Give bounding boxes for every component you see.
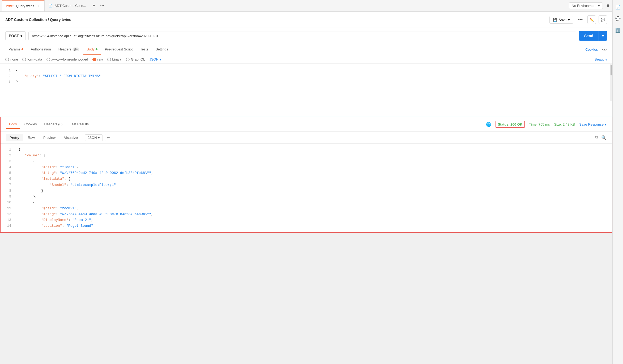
copy-button[interactable]: ⧉ (595, 135, 598, 140)
resp-content: "$etag": "W/\"e44844a3-4cad-409d-8c7c-b4… (16, 211, 153, 217)
response-time: Time: 755 ms (529, 122, 550, 126)
json-value: "SELECT * FROM DIGITALTWINS" (43, 74, 101, 78)
response-format-selector[interactable]: JSON ▾ (85, 134, 103, 141)
resp-line-14: 14 "Location": "Puget Sound", (6, 223, 607, 229)
more-options-button[interactable]: ••• (576, 16, 585, 24)
line-number: 3 (6, 159, 11, 164)
line-number: 5 (6, 170, 11, 176)
url-input[interactable] (28, 32, 576, 40)
tab-body-label: Body (87, 47, 95, 51)
line-number: 13 (6, 217, 11, 223)
active-tab[interactable]: POST Query twins × (2, 0, 45, 11)
line-number: 14 (6, 223, 11, 229)
wrap-icon: ⇌ (107, 135, 110, 140)
body-type-raw[interactable]: raw (92, 57, 103, 61)
environment-selector[interactable]: No Environment ▾ (569, 2, 603, 9)
more-tabs-button[interactable]: ••• (98, 4, 106, 8)
resp-content: { (16, 147, 21, 153)
code-icon[interactable]: </> (602, 48, 607, 52)
inactive-tab[interactable]: 📄 ADT Custom Colle... (45, 0, 90, 11)
line-number: 8 (6, 188, 11, 194)
resp-tab-body[interactable]: Body (6, 120, 20, 129)
tab-tests[interactable]: Tests (137, 44, 151, 55)
radio-raw (92, 58, 96, 61)
method-badge: POST (6, 5, 14, 8)
scrollbar-thumb (611, 65, 612, 75)
fmt-tab-pretty[interactable]: Pretty (6, 134, 23, 141)
method-selector[interactable]: POST ▾ (5, 31, 26, 40)
tab-headers[interactable]: Headers (9) (55, 44, 83, 55)
body-type-none[interactable]: none (5, 57, 18, 61)
resp-line-6: 6 "$metadata": { (6, 176, 607, 182)
editor-scrollbar[interactable] (610, 64, 612, 101)
collection-link[interactable]: ADT Custom Collection (5, 18, 47, 22)
fmt-tab-raw[interactable]: Raw (24, 134, 39, 141)
radio-form-data-label: form-data (27, 57, 42, 61)
radio-binary-label: binary (112, 57, 122, 61)
tab-params[interactable]: Params (5, 44, 27, 55)
resp-line-4: 4 "$dtId": "floor1", (6, 164, 607, 170)
json-label: JSON (149, 57, 159, 61)
json-format-selector[interactable]: JSON ▾ (149, 57, 161, 61)
resp-content: "$model": "dtmi:example:Floor;1" (16, 182, 116, 188)
resp-tab-headers[interactable]: Headers (6) (41, 120, 66, 129)
page-title: Query twins (50, 18, 71, 22)
sidebar-icon-document[interactable]: 📄 (614, 3, 622, 11)
tab-file-icon: 📄 (48, 4, 53, 8)
tab-pre-request-label: Pre-request Script (105, 47, 133, 51)
resp-content: { (16, 200, 35, 205)
breadcrumb-bar: ADT Custom Collection / Query twins 💾 Sa… (0, 12, 612, 28)
code-editor-content[interactable]: 1 { 2 "query": "SELECT * FROM DIGITALTWI… (0, 64, 612, 101)
tab-body[interactable]: Body (83, 44, 101, 55)
resp-line-1: 1 { (6, 147, 607, 153)
comment-button[interactable]: 💬 (599, 15, 607, 24)
body-type-binary[interactable]: binary (107, 57, 122, 61)
editor-spacer (0, 101, 612, 117)
eye-icon[interactable]: 👁 (606, 3, 610, 8)
code-content: { (16, 68, 18, 74)
tab-settings[interactable]: Settings (152, 44, 171, 55)
save-response-chevron-icon: ▾ (605, 122, 607, 126)
save-response-button[interactable]: Save Response ▾ (579, 122, 607, 126)
status-code: 200 OK (510, 122, 522, 126)
response-size: Size: 2.48 KB (554, 122, 575, 126)
resp-tab-test-results[interactable]: Test Results (67, 120, 92, 129)
fmt-tab-visualize[interactable]: Visualize (60, 134, 82, 141)
sidebar-icon-chat[interactable]: 💬 (614, 14, 622, 23)
send-chevron-icon[interactable]: ▾ (599, 31, 607, 41)
response-section: Body Cookies Headers (6) Test Results 🌐 … (0, 117, 612, 233)
wrap-lines-button[interactable]: ⇌ (105, 134, 112, 141)
beautify-button[interactable]: Beautify (595, 57, 607, 61)
tab-authorization[interactable]: Authorization (28, 44, 54, 55)
resp-line-10: 10 { (6, 200, 607, 205)
resp-tab-cookies[interactable]: Cookies (21, 120, 40, 129)
close-tab-button[interactable]: × (36, 4, 41, 8)
radio-urlencoded (46, 58, 50, 61)
fmt-raw-label: Raw (28, 136, 35, 140)
response-format-bar: Pretty Raw Preview Visualize JSON ▾ ⇌ ⧉ … (1, 132, 612, 144)
radio-none-label: none (10, 57, 18, 61)
send-button[interactable]: Send ▾ (579, 31, 607, 41)
sidebar-icon-info[interactable]: ℹ️ (614, 26, 622, 35)
add-tab-button[interactable]: + (90, 2, 98, 10)
resp-content: "$dtId": "room21", (16, 205, 79, 211)
resp-line-2: 2 "value": [ (6, 153, 607, 159)
resp-line-13: 13 "DisplayName": "Room 21", (6, 217, 607, 223)
tab-pre-request[interactable]: Pre-request Script (102, 44, 136, 55)
radio-form-data (22, 58, 26, 61)
save-button[interactable]: 💾 Save ▾ (549, 16, 574, 24)
body-type-urlencoded[interactable]: x-www-form-urlencoded (46, 57, 88, 61)
search-button[interactable]: 🔍 (601, 135, 607, 140)
save-chevron-icon: ▾ (568, 18, 570, 22)
fmt-tab-preview[interactable]: Preview (40, 134, 59, 141)
resp-line-3: 3 { (6, 159, 607, 164)
headers-badge: (9) (72, 48, 79, 51)
body-type-form-data[interactable]: form-data (22, 57, 42, 61)
body-dot (96, 48, 97, 50)
request-body-editor[interactable]: 1 { 2 "query": "SELECT * FROM DIGITALTWI… (0, 64, 612, 101)
comment-icon: 💬 (601, 18, 605, 22)
cookies-link[interactable]: Cookies (585, 48, 598, 52)
body-type-graphql[interactable]: GraphQL (126, 57, 145, 61)
resp-content: "Location": "Puget Sound", (16, 223, 95, 229)
edit-button[interactable]: ✏️ (587, 15, 596, 24)
